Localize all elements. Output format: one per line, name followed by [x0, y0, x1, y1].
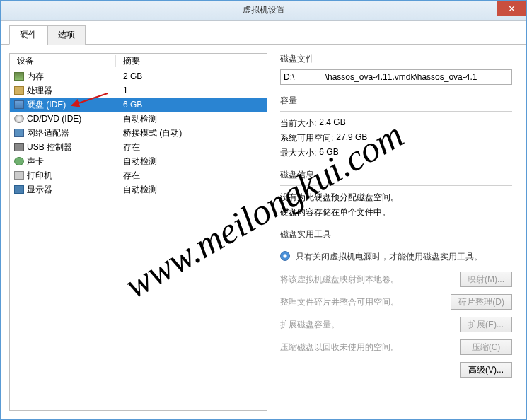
device-row[interactable]: 显示器自动检测: [10, 182, 267, 197]
device-name: 网络适配器: [27, 127, 69, 139]
device-summary: 自动检测: [116, 113, 157, 125]
device-row[interactable]: 处理器1: [10, 83, 267, 98]
device-name: CD/DVD (IDE): [27, 114, 81, 124]
capacity-max-label: 最大大小:: [280, 147, 316, 159]
mon-icon: [14, 185, 24, 194]
utility-row: 压缩磁盘以回收未使用的空间。压缩(C): [280, 339, 512, 355]
utility-text: 将该虚拟机磁盘映射到本地卷。: [280, 274, 454, 286]
close-button[interactable]: ✕: [497, 1, 526, 16]
device-summary: 1: [116, 86, 128, 95]
capacity-current-value: 2.4 GB: [319, 117, 345, 129]
device-row[interactable]: 网络适配器桥接模式 (自动): [10, 126, 267, 140]
content-area: 设备 摘要 内存2 GB处理器1硬盘 (IDE)6 GBCD/DVD (IDE)…: [1, 45, 526, 419]
cd-icon: [14, 115, 24, 123]
device-summary: 存在: [116, 141, 140, 153]
capacity-current-label: 当前大小:: [280, 117, 316, 129]
device-row[interactable]: 硬盘 (IDE)6 GB: [10, 98, 267, 112]
utility-button[interactable]: 压缩(C): [460, 339, 512, 355]
device-summary: 存在: [116, 170, 140, 182]
tab-hardware[interactable]: 硬件: [9, 25, 47, 45]
diskfile-title: 磁盘文件: [280, 53, 512, 65]
capacity-title: 容量: [280, 95, 512, 107]
tab-options[interactable]: 选项: [47, 25, 86, 45]
window-title: 虚拟机设置: [243, 4, 285, 16]
device-list[interactable]: 内存2 GB处理器1硬盘 (IDE)6 GBCD/DVD (IDE)自动检测网络…: [10, 69, 267, 410]
capacity-free-label: 系统可用空间:: [280, 132, 333, 144]
device-name: 内存: [27, 71, 44, 83]
close-icon: ✕: [508, 4, 516, 14]
snd-icon: [14, 157, 24, 165]
utility-text: 压缩磁盘以回收未使用的空间。: [280, 342, 454, 354]
device-summary: 2 GB: [116, 71, 142, 81]
device-name: 处理器: [27, 85, 52, 97]
utility-button[interactable]: 映射(M)...: [460, 272, 512, 287]
device-row[interactable]: USB 控制器存在: [10, 140, 267, 154]
device-name: 声卡: [27, 156, 44, 168]
utility-text: 整理文件碎片并整合可用空间。: [280, 296, 445, 308]
info-icon: [280, 251, 290, 261]
capacity-max-value: 6 GB: [319, 147, 338, 159]
detail-panel: 磁盘文件 容量 当前大小: 2.4 GB 系统可用空间: 27.9 GB 最大大…: [274, 53, 518, 411]
prn-icon: [14, 171, 24, 180]
device-row[interactable]: 打印机存在: [10, 168, 267, 182]
device-summary: 6 GB: [116, 100, 142, 110]
advanced-button[interactable]: 高级(V)...: [460, 362, 512, 378]
device-row[interactable]: 内存2 GB: [10, 69, 267, 83]
diskinfo-title: 磁盘信息: [280, 169, 512, 181]
utilities-group: 磁盘实用工具 只有关闭虚拟机电源时，才能使用磁盘实用工具。 将该虚拟机磁盘映射到…: [280, 228, 512, 378]
diskinfo-line2: 硬盘内容存储在单个文件中。: [280, 206, 512, 218]
utilities-note: 只有关闭虚拟机电源时，才能使用磁盘实用工具。: [296, 251, 482, 263]
cpu-icon: [14, 86, 24, 95]
device-list-panel: 设备 摘要 内存2 GB处理器1硬盘 (IDE)6 GBCD/DVD (IDE)…: [9, 53, 267, 411]
net-icon: [14, 129, 24, 137]
utilities-title: 磁盘实用工具: [280, 228, 512, 240]
device-name: 硬盘 (IDE): [27, 99, 66, 111]
capacity-free-value: 27.9 GB: [336, 132, 367, 144]
divider: [280, 185, 512, 186]
disk-icon: [14, 100, 24, 109]
capacity-group: 容量 当前大小: 2.4 GB 系统可用空间: 27.9 GB 最大大小: 6 …: [280, 95, 512, 159]
tab-bar: 硬件 选项: [1, 21, 526, 45]
col-header-summary: 摘要: [116, 55, 140, 67]
titlebar: 虚拟机设置 ✕: [1, 1, 526, 21]
col-header-device: 设备: [10, 55, 116, 67]
divider: [280, 111, 512, 112]
device-row[interactable]: CD/DVD (IDE)自动检测: [10, 112, 267, 126]
utilities-note-row: 只有关闭虚拟机电源时，才能使用磁盘实用工具。: [280, 251, 512, 263]
diskfile-path-input[interactable]: [280, 69, 512, 85]
divider: [280, 245, 512, 245]
utility-row: 将该虚拟机磁盘映射到本地卷。映射(M)...: [280, 272, 512, 287]
device-name: 显示器: [27, 184, 52, 196]
device-name: USB 控制器: [27, 141, 72, 153]
utility-row: 整理文件碎片并整合可用空间。碎片整理(D): [280, 294, 512, 310]
diskinfo-group: 磁盘信息 没有为此硬盘预分配磁盘空间。 硬盘内容存储在单个文件中。: [280, 169, 512, 218]
device-list-header: 设备 摘要: [10, 54, 267, 69]
usb-icon: [14, 143, 24, 151]
utility-button[interactable]: 扩展(E)...: [460, 317, 512, 332]
vm-settings-window: 虚拟机设置 ✕ 硬件 选项 设备 摘要 内存2 GB处理器1硬盘 (IDE)6 …: [0, 0, 527, 420]
device-summary: 自动检测: [116, 184, 157, 196]
utility-text: 扩展磁盘容量。: [280, 319, 454, 331]
utility-button[interactable]: 碎片整理(D): [451, 294, 512, 310]
mem-icon: [14, 72, 24, 81]
device-summary: 自动检测: [116, 156, 157, 168]
utility-row: 扩展磁盘容量。扩展(E)...: [280, 317, 512, 332]
diskfile-group: 磁盘文件: [280, 53, 512, 85]
device-row[interactable]: 声卡自动检测: [10, 154, 267, 168]
diskinfo-line1: 没有为此硬盘预分配磁盘空间。: [280, 192, 512, 204]
device-name: 打印机: [27, 170, 52, 182]
device-summary: 桥接模式 (自动): [116, 127, 182, 139]
